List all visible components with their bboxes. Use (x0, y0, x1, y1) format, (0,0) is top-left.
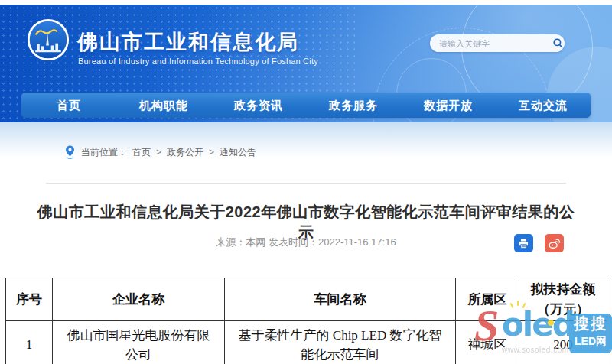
page: 佛山市工业和信息化局 Bureau of Industry and Inform… (0, 0, 612, 364)
cell-company: 佛山市国星光电股份有限公司 (53, 321, 225, 364)
breadcrumb-home[interactable]: 首页 (132, 146, 151, 159)
breadcrumb: 当前位置： 首页 > 政务公开 > 通知公告 (64, 143, 256, 161)
site-title: 佛山市工业和信息化局 (77, 28, 299, 56)
site-subtitle: Bureau of Industry and Information Techn… (78, 57, 318, 66)
col-header-amount: 拟扶持金额（万元） (519, 278, 607, 321)
weibo-share-icon[interactable] (545, 234, 564, 252)
search-input[interactable] (430, 39, 551, 48)
breadcrumb-gov-disclosure[interactable]: 政务公开 (167, 146, 203, 159)
breadcrumb-separator: > (209, 147, 214, 158)
col-header-district: 所属区 (456, 278, 519, 321)
result-table: 序号 企业名称 车间名称 所属区 拟扶持金额（万元） 1 佛山市国星光电股份有限… (5, 278, 607, 364)
printer-icon[interactable] (514, 234, 533, 252)
nav-item-open-data[interactable]: 数据开放 (401, 93, 496, 118)
breadcrumb-notices[interactable]: 通知公告 (220, 146, 256, 159)
search-icon[interactable] (551, 34, 565, 52)
col-header-no: 序号 (6, 278, 53, 321)
cell-workshop: 基于柔性生产的 Chip LED 数字化智能化示范车间 (225, 321, 456, 364)
col-header-company: 企业名称 (53, 278, 225, 321)
col-header-workshop: 车间名称 (225, 278, 456, 321)
breadcrumb-separator: > (156, 147, 161, 158)
table-header-row: 序号 企业名称 车间名称 所属区 拟扶持金额（万元） (6, 278, 607, 321)
nav-item-services[interactable]: 政务服务 (306, 93, 401, 118)
content-divider (46, 183, 566, 184)
nav-item-news[interactable]: 政务资讯 (211, 93, 306, 118)
breadcrumb-label: 当前位置： (81, 146, 127, 159)
cell-no: 1 (6, 321, 53, 364)
main-nav: 首页 机构职能 政务资讯 政务服务 数据开放 互动交流 (21, 93, 591, 118)
nav-item-functions[interactable]: 机构职能 (116, 93, 211, 118)
table-row: 1 佛山市国星光电股份有限公司 基于柔性生产的 Chip LED 数字化智能化示… (6, 321, 607, 364)
cell-amount: 200 (519, 321, 607, 364)
cell-district: 禅城区 (456, 321, 519, 364)
location-pin-icon (64, 145, 76, 160)
nav-item-home[interactable]: 首页 (21, 93, 116, 118)
nav-item-interaction[interactable]: 互动交流 (496, 93, 591, 118)
site-logo[interactable] (27, 18, 70, 61)
search-box (430, 34, 565, 52)
